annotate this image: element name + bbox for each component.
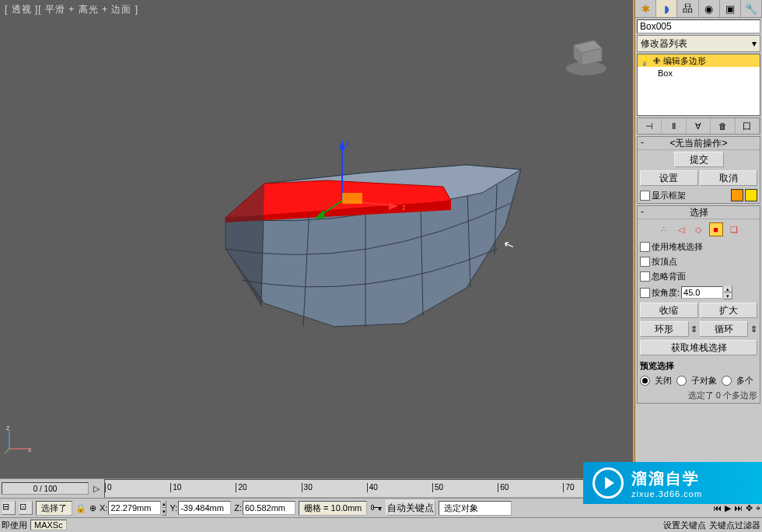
lock-icon[interactable]: 🔒 bbox=[75, 503, 86, 513]
svg-text:x: x bbox=[403, 203, 404, 212]
viewport-nav-icon[interactable]: ⌖ bbox=[756, 503, 760, 513]
remove-modifier-icon[interactable]: 🗑 bbox=[711, 118, 735, 134]
auto-key-button[interactable]: 自动关键点 bbox=[386, 500, 435, 516]
pin-stack-icon[interactable]: ⊣ bbox=[638, 118, 662, 134]
commit-button[interactable]: 提交 bbox=[674, 152, 724, 167]
show-cage-checkbox[interactable] bbox=[640, 191, 650, 201]
bottom-bar: 即使用 MAXSc 设置关键点 关键点过滤器 bbox=[0, 517, 762, 532]
svg-marker-19 bbox=[389, 202, 398, 210]
set-key-label[interactable]: 设置关键点 bbox=[663, 520, 706, 531]
by-angle-checkbox[interactable] bbox=[640, 288, 650, 298]
object-name-input[interactable] bbox=[637, 19, 760, 33]
grid-status: 栅格 = 10.0mm bbox=[299, 501, 367, 516]
use-stack-checkbox[interactable] bbox=[640, 242, 650, 252]
rollout-current-op: -<无当前操作> 提交 设置 取消 显示框架 bbox=[637, 136, 760, 204]
key-mode-icon[interactable]: ⊟ bbox=[2, 501, 16, 515]
create-tab[interactable]: ✱ bbox=[635, 0, 656, 17]
preview-subobj-radio[interactable] bbox=[676, 376, 687, 386]
viewport-nav-icon[interactable]: ✥ bbox=[746, 503, 753, 513]
edge-level-icon[interactable]: ◁ bbox=[675, 223, 687, 236]
display-tab[interactable]: ▣ bbox=[720, 0, 741, 17]
svg-rect-22 bbox=[342, 193, 362, 204]
stack-toolbar: ⊣ Ⅱ ∀ 🗑 囗 bbox=[637, 117, 760, 135]
rollout-header[interactable]: -选择 bbox=[638, 206, 760, 219]
nav-next-icon[interactable]: ⏭ bbox=[734, 503, 743, 513]
svg-text:x: x bbox=[28, 446, 32, 453]
grow-button[interactable]: 扩大 bbox=[700, 303, 758, 318]
ring-button[interactable]: 环形 bbox=[640, 321, 689, 337]
settings-button[interactable]: 设置 bbox=[640, 170, 698, 186]
viewport-label: [ 透视 ][ 平滑 + 高光 + 边面 ] bbox=[5, 3, 138, 16]
watermark: 溜溜自学 zixue.3d66.com bbox=[583, 462, 762, 504]
selection-status: 选择了 bbox=[36, 501, 72, 516]
play-logo-icon bbox=[592, 467, 624, 499]
by-vertex-checkbox[interactable] bbox=[640, 257, 650, 267]
viewport[interactable]: [ 透视 ][ 平滑 + 高光 + 边面 ] bbox=[0, 0, 634, 478]
configure-icon[interactable]: 囗 bbox=[736, 118, 760, 134]
coord-y[interactable]: Y: bbox=[170, 501, 231, 515]
preview-multi-radio[interactable] bbox=[722, 376, 732, 386]
cancel-button[interactable]: 取消 bbox=[700, 170, 758, 186]
key-filter-label[interactable]: 关键点过滤器 bbox=[709, 520, 760, 531]
cage-color-1[interactable] bbox=[731, 189, 743, 201]
hierarchy-tab[interactable]: 品 bbox=[677, 0, 698, 17]
visibility-icon[interactable]: 💡 bbox=[639, 56, 650, 66]
element-level-icon[interactable]: ❏ bbox=[728, 223, 740, 236]
coord-z[interactable]: Z: bbox=[234, 501, 295, 515]
vertex-level-icon[interactable]: ∴ bbox=[658, 223, 670, 236]
get-stack-sel-button[interactable]: 获取堆栈选择 bbox=[640, 340, 757, 355]
stack-item-base[interactable]: Box bbox=[638, 67, 760, 79]
expand-icon[interactable]: ✙ bbox=[653, 56, 660, 66]
rollout-header[interactable]: -<无当前操作> bbox=[638, 137, 760, 150]
ignore-backfacing-checkbox[interactable] bbox=[640, 271, 650, 282]
maxscript-label[interactable]: MAXSc bbox=[30, 520, 67, 530]
loop-button[interactable]: 循环 bbox=[700, 321, 749, 337]
modify-tab[interactable]: ◗ bbox=[656, 0, 677, 17]
svg-marker-16 bbox=[339, 140, 345, 149]
rollout-selection: -选择 ∴ ◁ ◇ ■ ❏ 使用堆栈选择 按顶点 忽略背面 按角度: ▴▾ 收缩 bbox=[637, 205, 760, 404]
angle-spinner[interactable]: ▴▾ bbox=[681, 285, 732, 299]
coord-x[interactable]: X:▴▾ bbox=[100, 500, 166, 516]
key-mode-icon2[interactable]: ⊡ bbox=[19, 501, 33, 515]
stack-item-editpoly[interactable]: 💡 ✙ 编辑多边形 bbox=[638, 54, 760, 67]
svg-text:z: z bbox=[345, 139, 349, 148]
nav-prev-icon[interactable]: ⏮ bbox=[713, 503, 722, 513]
preview-off-radio[interactable] bbox=[640, 376, 650, 386]
viewcube[interactable] bbox=[563, 31, 610, 78]
make-unique-icon[interactable]: ∀ bbox=[687, 118, 711, 134]
svg-marker-14 bbox=[225, 184, 264, 306]
motion-tab[interactable]: ◉ bbox=[699, 0, 720, 17]
key-icon[interactable]: 🗝 bbox=[370, 501, 383, 515]
command-panel: ✱ ◗ 品 ◉ ▣ 🔧 修改器列表▾ 💡 ✙ 编辑多边形 Box bbox=[634, 0, 762, 478]
frame-indicator[interactable]: 0 / 100 bbox=[2, 482, 89, 495]
cage-color-2[interactable] bbox=[745, 189, 757, 201]
utilities-tab[interactable]: 🔧 bbox=[741, 0, 762, 17]
svg-text:z: z bbox=[6, 425, 10, 432]
shrink-button[interactable]: 收缩 bbox=[640, 303, 698, 318]
show-end-result-icon[interactable]: Ⅱ bbox=[662, 118, 686, 134]
polygon-level-icon[interactable]: ■ bbox=[709, 222, 723, 236]
transform-type-icon[interactable]: ⊕ bbox=[89, 503, 96, 513]
key-target[interactable]: 选定对象 bbox=[439, 501, 512, 516]
panel-tabs: ✱ ◗ 品 ◉ ▣ 🔧 bbox=[635, 0, 762, 18]
nav-play-icon[interactable]: ▶ bbox=[725, 503, 731, 513]
subobject-level-row: ∴ ◁ ◇ ■ ❏ bbox=[638, 219, 760, 240]
move-gizmo[interactable]: z x bbox=[311, 138, 404, 224]
svg-marker-21 bbox=[314, 210, 325, 219]
play-start-icon[interactable]: ▷ bbox=[90, 484, 103, 494]
svg-line-28 bbox=[5, 449, 9, 453]
world-axis-icon: z x bbox=[5, 425, 33, 453]
modifier-stack[interactable]: 💡 ✙ 编辑多边形 Box bbox=[637, 54, 760, 116]
modifier-list-dropdown[interactable]: 修改器列表▾ bbox=[637, 35, 760, 52]
border-level-icon[interactable]: ◇ bbox=[692, 223, 704, 236]
